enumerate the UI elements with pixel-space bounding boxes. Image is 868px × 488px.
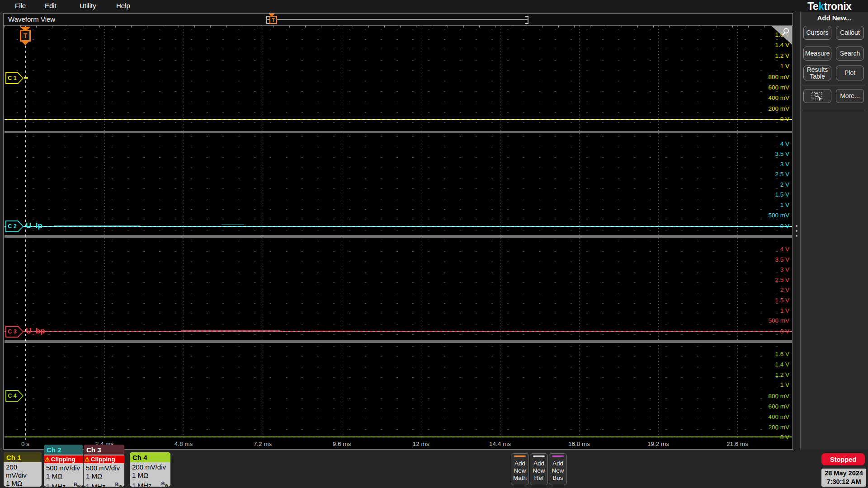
ch3-bandwidth: 1 MHz xyxy=(86,483,105,487)
channel-badge-c4[interactable]: C 4 xyxy=(5,390,24,402)
ch1-settings-card[interactable]: Ch 1 200 mV/div 1 MΩ 1 MHz BW xyxy=(4,452,42,487)
ch2-settings-card[interactable]: Ch 2 ⚠ Clipping 500 mV/div 1 MΩ 1 MHz BW xyxy=(44,445,83,487)
ch4-card-header: Ch 4 xyxy=(130,452,170,462)
scale-label: 400 mV xyxy=(768,413,789,421)
ch4-card-body: 200 mV/div 1 MΩ 1 MHz BW xyxy=(130,462,170,487)
trace-noise xyxy=(54,225,140,225)
warning-icon: ⚠ xyxy=(45,456,50,463)
menu-file[interactable]: File xyxy=(15,2,26,9)
panel-splitter[interactable] xyxy=(793,12,800,450)
results-table-button[interactable]: Results Table xyxy=(803,66,831,80)
time-tick-label: 12 ms xyxy=(413,441,429,447)
splitter-dot xyxy=(796,225,797,227)
run-state-badge[interactable]: Stopped xyxy=(821,453,865,465)
callout-button[interactable]: Callout xyxy=(836,26,864,40)
ch1-impedance: 1 MΩ xyxy=(6,479,39,487)
ch3-clipping-banner: ⚠ Clipping xyxy=(84,455,124,463)
waveform-view-panel: Waveform View T xyxy=(3,13,793,450)
label-line: Add xyxy=(530,460,547,467)
ch3-card-body: 500 mV/div 1 MΩ 1 MHz BW xyxy=(84,463,124,487)
bandwidth-limit-icon: BW xyxy=(74,480,80,487)
ground-line-ch4 xyxy=(5,437,792,437)
badge-label: C 1 xyxy=(5,72,19,84)
trigger-position-marker[interactable]: T xyxy=(19,27,31,45)
trace-noise xyxy=(222,225,244,225)
zoom-select-button[interactable] xyxy=(803,89,831,103)
channel-badge-c3[interactable]: C 3 xyxy=(5,326,24,338)
ch1-card-header: Ch 1 xyxy=(4,452,42,462)
scale-label: 3.5 V xyxy=(775,256,789,264)
tektronix-logo: Tektronix xyxy=(807,0,851,13)
channel-badge-c1[interactable]: C 1 xyxy=(5,72,24,84)
label-line: Add xyxy=(549,460,566,467)
ch2-bandwidth: 1 MHz xyxy=(46,483,66,487)
ch2-impedance: 1 MΩ xyxy=(46,472,80,480)
ch3-waveform-label: U_bp xyxy=(26,327,45,336)
scale-label: 800 mV xyxy=(768,73,789,81)
scale-label: 1 V xyxy=(780,307,789,315)
ground-line-ch2 xyxy=(5,226,792,227)
ch2-waveform-label: U_lp xyxy=(26,221,42,230)
scale-label: 400 mV xyxy=(768,94,789,102)
add-new-math-button[interactable]: Add New Math xyxy=(511,453,529,485)
scale-label: 1.2 V xyxy=(775,371,789,379)
scale-label: 1.5 V xyxy=(775,296,789,305)
scale-label: 0 V xyxy=(780,433,789,440)
label-line: New xyxy=(549,467,566,474)
scale-label: 1 V xyxy=(780,201,789,209)
splitter-dot xyxy=(796,230,797,232)
scale-label: 1.2 V xyxy=(775,52,789,60)
ch2-card-body: 500 mV/div 1 MΩ 1 MHz BW xyxy=(44,463,83,487)
ch2-clipping-banner: ⚠ Clipping xyxy=(44,455,83,463)
ch3-card-header: Ch 3 xyxy=(84,445,124,455)
label-line: Bus xyxy=(549,474,566,482)
label-line: Add xyxy=(511,460,528,467)
scale-label: 1.5 V xyxy=(775,191,789,199)
time-tick-label: 4.8 ms xyxy=(175,441,193,447)
scale-label: 3.5 V xyxy=(775,150,789,158)
scale-label: 600 mV xyxy=(768,403,789,411)
bandwidth-limit-icon: BW xyxy=(115,480,122,487)
time-tick-label: 0 s xyxy=(21,441,29,447)
more-button[interactable]: More... xyxy=(836,89,864,103)
warning-icon: ⚠ xyxy=(85,456,90,463)
search-button[interactable]: Search xyxy=(836,47,864,61)
trigger-t-icon: T xyxy=(20,30,31,42)
ch3-settings-card[interactable]: Ch 3 ⚠ Clipping 500 mV/div 1 MΩ 1 MHz BW xyxy=(84,445,124,487)
gridline xyxy=(104,26,105,440)
bottom-settings-bar: Ch 1 200 mV/div 1 MΩ 1 MHz BW Ch 2 ⚠ Cli… xyxy=(0,450,868,488)
ch3-vdiv: 500 mV/div xyxy=(86,464,122,472)
scale-label: 1 V xyxy=(780,381,789,389)
ref-color-strip xyxy=(533,455,545,457)
add-new-bus-button[interactable]: Add New Bus xyxy=(549,453,567,485)
cursors-button[interactable]: Cursors xyxy=(803,26,831,40)
ground-line-ch1 xyxy=(5,119,792,120)
ch2-card-header: Ch 2 xyxy=(44,445,83,455)
ch4-settings-card[interactable]: Ch 4 200 mV/div 1 MΩ 1 MHz BW xyxy=(130,452,170,487)
sidebar-separator xyxy=(802,85,865,85)
add-new-ref-button[interactable]: Add New Ref xyxy=(530,453,548,485)
splitter-dot xyxy=(796,235,797,237)
badge-label: C 4 xyxy=(5,390,19,402)
gridline xyxy=(658,26,659,440)
channel-badge-c2[interactable]: C 2 xyxy=(5,221,24,232)
menu-edit[interactable]: Edit xyxy=(45,2,57,9)
overview-trigger-t-icon[interactable]: T xyxy=(269,16,277,24)
slice-separator xyxy=(5,131,792,133)
scale-label: 4 V xyxy=(780,140,789,148)
scale-label: 200 mV xyxy=(768,105,789,113)
grid-slice-ch3 xyxy=(5,238,792,340)
menu-help[interactable]: Help xyxy=(116,2,130,9)
overview-right-bracket[interactable] xyxy=(525,16,528,24)
scale-label: 4 V xyxy=(780,245,789,253)
gridline xyxy=(342,26,342,440)
date: 28 May 2024 xyxy=(821,469,866,478)
time-tick-label: 19.2 ms xyxy=(647,441,669,447)
measure-button[interactable]: Measure xyxy=(803,47,831,61)
grid-slice-ch2 xyxy=(5,133,792,235)
plot-button[interactable]: Plot xyxy=(836,66,864,80)
scale-label: 0 V xyxy=(780,222,789,230)
menu-utility[interactable]: Utility xyxy=(80,2,96,9)
scale-label: 2.5 V xyxy=(775,170,789,178)
gridline xyxy=(500,26,500,440)
